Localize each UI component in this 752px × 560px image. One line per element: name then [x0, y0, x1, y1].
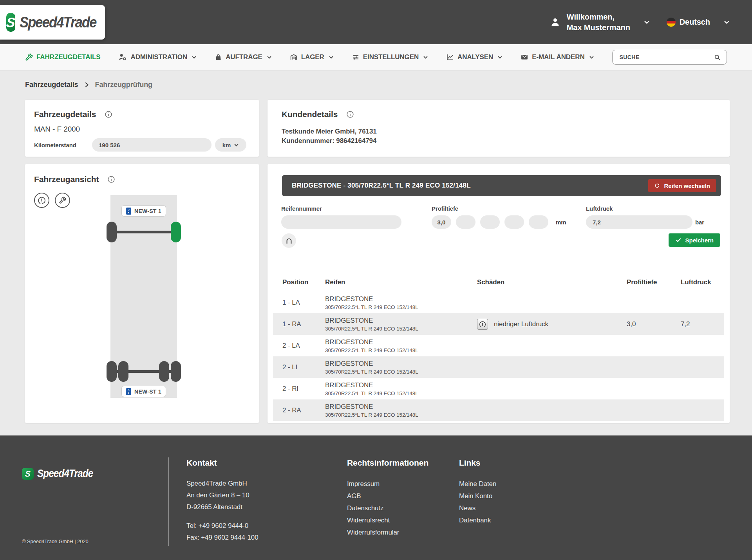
change-tire-button[interactable]: Reifen wechseln	[648, 179, 716, 192]
brand-wordmark: Speed4Trade	[20, 14, 96, 31]
user-gear-icon	[118, 53, 127, 61]
save-button[interactable]: Speichern	[669, 233, 720, 247]
vehicle-view-title: Fahrzeugansicht	[34, 175, 99, 184]
contact-fax: Fax: +49 9602 9444-100	[186, 532, 258, 544]
footer-link-news[interactable]: News	[459, 502, 496, 514]
footer-link-widerrufsformular[interactable]: Widerrufsformular	[347, 526, 428, 538]
tire-number-input[interactable]	[281, 215, 401, 229]
user-menu-chevron-icon[interactable]	[644, 19, 650, 25]
low-pressure-warning-icon	[477, 319, 488, 330]
language-chevron-icon[interactable]	[723, 19, 730, 25]
search-icon[interactable]	[714, 54, 721, 61]
plate-icon	[126, 208, 131, 215]
search-box	[612, 50, 727, 65]
odometer-label: Kilometerstand	[34, 142, 92, 148]
tread-depth-input-1[interactable]	[432, 215, 451, 229]
license-plate-front[interactable]: NEW-ST 1	[121, 205, 166, 217]
pressure-input[interactable]	[586, 215, 692, 229]
tire-icon	[285, 237, 293, 245]
customer-name: Testkunde Meier GmbH, 76131	[282, 127, 719, 136]
tread-depth-input-2[interactable]	[456, 215, 475, 229]
tire-2-la[interactable]	[107, 361, 117, 382]
nav-item-analysen[interactable]: ANALYSEN	[446, 53, 503, 61]
tire-2-ri[interactable]	[159, 361, 169, 382]
tread-depth-input-4[interactable]	[504, 215, 524, 229]
tire-table-header: Position Reifen Schäden Profiltiefe Luft…	[273, 273, 724, 292]
contact-company: Speed4Trade GmbH	[186, 478, 258, 490]
table-row-2-ra[interactable]: 2 - RA BRIDGESTONE305/70R22.5*L TL R 249…	[273, 399, 724, 421]
table-row-2-ri[interactable]: 2 - RI BRIDGESTONE305/70R22.5*L TL R 249…	[273, 378, 724, 399]
selected-tire-title: BRIDGESTONE - 305/70R22.5*L TL R 249 ECO…	[292, 182, 471, 190]
vehicle-model: MAN - F 2000	[34, 125, 248, 134]
user-icon	[550, 17, 560, 27]
tire-1-la[interactable]	[107, 222, 117, 242]
footer-logo[interactable]: S Speed4Trade	[22, 468, 99, 480]
chevron-down-icon	[267, 55, 272, 60]
vehicle-details-title: Fahrzeugdetails	[34, 110, 96, 119]
bag-icon	[215, 54, 222, 61]
front-axle	[114, 231, 173, 233]
footer-link-impressum[interactable]: Impressum	[347, 478, 428, 490]
tread-depth-input-5[interactable]	[529, 215, 548, 229]
odometer-input[interactable]	[92, 138, 212, 152]
nav-item-fahrzeugdetails[interactable]: FAHRZEUGDETAILS	[25, 53, 100, 61]
nav-item-einstellungen[interactable]: EINSTELLUNGEN	[352, 53, 428, 61]
table-row-1-ra[interactable]: 1 - RA BRIDGESTONE305/70R22.5*L TL R 249…	[273, 313, 724, 335]
search-input[interactable]	[620, 54, 714, 60]
wrench-icon	[59, 197, 66, 204]
tire-2-ra[interactable]	[171, 361, 181, 382]
service-button[interactable]	[55, 193, 70, 208]
tread-depth-label: Profiltiefe	[432, 205, 566, 212]
table-row-2-li[interactable]: 2 - LI BRIDGESTONE305/70R22.5*L TL R 249…	[273, 356, 724, 378]
language-label: Deutsch	[680, 18, 710, 27]
nav-item-lager[interactable]: LAGER	[290, 53, 334, 61]
damage-text: niedriger Luftdruck	[494, 320, 548, 328]
tpms-icon	[38, 196, 46, 204]
odometer-unit-select[interactable]: km	[215, 138, 246, 152]
table-row-2-la[interactable]: 2 - LA BRIDGESTONE305/70R22.5*L TL R 249…	[273, 335, 724, 356]
tpms-filter-button[interactable]	[34, 193, 49, 208]
col-reifen: Reifen	[325, 278, 477, 286]
footer-divider	[168, 457, 169, 546]
col-luftdruck: Luftdruck	[681, 278, 724, 286]
pressure-unit-label: bar	[695, 219, 704, 226]
tire-2-li[interactable]	[118, 361, 128, 382]
chevron-down-icon	[192, 55, 197, 60]
footer-link-meine-daten[interactable]: Meine Daten	[459, 478, 496, 490]
brand-s-icon: S	[22, 468, 34, 480]
footer-link-mein-konto[interactable]: Mein Konto	[459, 490, 496, 502]
customer-details-title: Kundendetails	[282, 110, 338, 119]
info-icon[interactable]	[105, 110, 112, 118]
contact-street: An den Gärten 8 – 10	[186, 490, 258, 501]
info-icon[interactable]	[107, 175, 115, 183]
footer-link-agb[interactable]: AGB	[347, 490, 428, 502]
copyright: © Speed4Trade GmbH | 2020	[22, 538, 89, 544]
plate-icon	[126, 388, 131, 395]
tire-damage-button[interactable]	[282, 233, 296, 248]
info-icon[interactable]	[346, 110, 354, 118]
breadcrumb-current[interactable]: Fahrzeugprüfung	[95, 81, 152, 89]
vehicle-view-card: Fahrzeugansicht NEW-ST 1 NEW-ST 1	[25, 164, 259, 423]
nav-item-email-aendern[interactable]: E-MAIL ÄNDERN	[521, 53, 594, 61]
breadcrumb: Fahrzeugdetails Fahrzeugprüfung	[25, 81, 152, 89]
footer-link-datenschutz[interactable]: Datenschutz	[347, 502, 428, 514]
footer-link-datenbank[interactable]: Datenbank	[459, 514, 496, 526]
footer-link-widerrufsrecht[interactable]: Widerrufsrecht	[347, 514, 428, 526]
nav-item-auftraege[interactable]: AUFTRÄGE	[215, 53, 272, 61]
chevron-down-icon	[423, 55, 428, 60]
pressure-label: Luftdruck	[586, 205, 704, 212]
tread-depth-input-3[interactable]	[480, 215, 500, 229]
customer-details-card: Kundendetails Testkunde Meier GmbH, 7613…	[268, 100, 730, 157]
breadcrumb-root[interactable]: Fahrzeugdetails	[25, 81, 78, 89]
main-nav: FAHRZEUGDETAILS ADMINISTRATION AUFTRÄGE …	[0, 44, 752, 70]
truck-chassis-diagram: NEW-ST 1 NEW-ST 1	[110, 195, 177, 398]
chevron-down-icon	[589, 55, 594, 60]
license-plate-rear[interactable]: NEW-ST 1	[121, 386, 166, 397]
table-row-1-la[interactable]: 1 - LA BRIDGESTONE305/70R22.5*L TL R 249…	[273, 292, 724, 313]
nav-item-administration[interactable]: ADMINISTRATION	[118, 53, 197, 61]
welcome-text: Willkommen, Max Mustermann	[567, 12, 630, 33]
col-position: Position	[282, 278, 325, 286]
user-area: Willkommen, Max Mustermann Deutsch	[550, 0, 730, 44]
app-logo[interactable]: S Speed4Trade	[0, 5, 105, 40]
tire-1-ra-selected[interactable]	[171, 222, 181, 242]
